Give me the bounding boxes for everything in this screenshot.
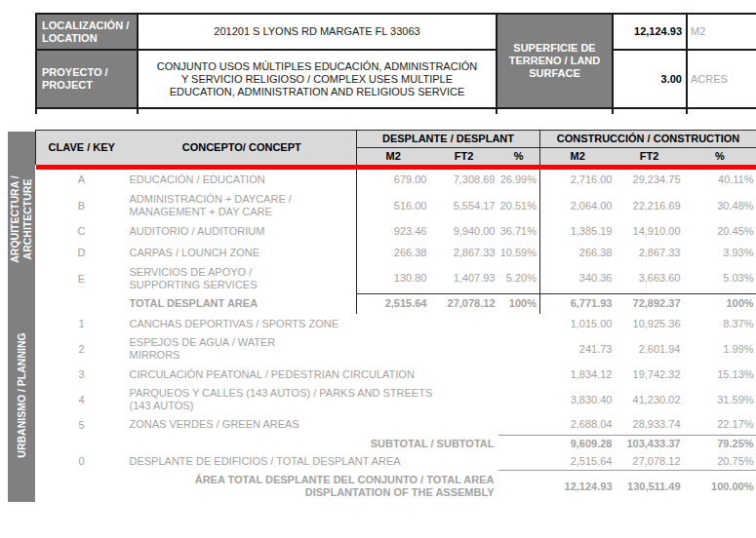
area-program-sheet: LOCALIZACIÓN / LOCATION 201201 S LYONS R… [0, 0, 756, 538]
construction-pct-cell: 100.00% [684, 471, 756, 503]
construction-ft2-cell: 130,511.49 [616, 471, 684, 503]
col-header-concept: CONCEPTO/ CONCEPT [128, 131, 357, 165]
concept-cell: ESPEJOS DE AGUA / WATER MIRRORS [128, 334, 540, 365]
area-breakdown-table: CLAVE / KEY CONCEPTO/ CONCEPT DESPLANTE … [35, 130, 756, 503]
project-info-table: LOCALIZACIÓN / LOCATION 201201 S LYONS R… [35, 13, 756, 114]
construction-pct-cell: 31.59% [684, 385, 756, 415]
construction-m2-cell: 6,771.93 [540, 294, 616, 314]
table-row-e: E SERVICIOS DE APOYO / SUPPORTING SERVIC… [36, 264, 756, 294]
construction-pct-cell: 40.11% [684, 170, 756, 191]
concept-cell: PARQUEOS Y CALLES (143 AUTOS) / PARKS AN… [128, 385, 540, 415]
land-surface-m2-value: 12,124.93 [613, 14, 687, 50]
desplante-pct-cell: 100% [498, 294, 540, 314]
key-cell: E [36, 264, 128, 294]
construction-ft2-cell: 72,892.37 [616, 294, 684, 314]
construction-pct-cell: 3.93% [684, 243, 756, 264]
concept-cell: CARPAS / LOUNCH ZONE [128, 243, 357, 264]
desplante-m2-cell: 516.00 [357, 191, 430, 221]
construction-pct-cell: 8.37% [684, 314, 756, 334]
construction-ft2-cell: 28,933.74 [616, 415, 684, 436]
subheader-desplante-m2: M2 [357, 148, 430, 165]
construction-pct-cell: 5.03% [684, 264, 756, 294]
land-surface-label: SUPERFICIE DE TERRENO / LAND SURFACE [497, 14, 613, 108]
desplante-ft2-cell: 1,407.93 [430, 264, 498, 294]
table-row-5: 5 ZONAS VERDES / GREEN AREAS 2,688.04 28… [36, 415, 756, 436]
construction-ft2-cell: 10,925.36 [616, 314, 684, 334]
subheader-construction-pct: % [684, 148, 756, 165]
construction-ft2-cell: 3,663.60 [616, 264, 684, 294]
table-row-d: D CARPAS / LOUNCH ZONE 266.38 2,867.33 1… [36, 243, 756, 264]
desplante-pct-cell: 26.99% [498, 170, 540, 191]
construction-pct-cell: 20.45% [684, 221, 756, 243]
construction-m2-cell: 3,830.40 [540, 385, 616, 415]
m2-unit-label: M2 [687, 14, 756, 50]
construction-m2-cell: 266.38 [540, 243, 616, 264]
table-row-a: A EDUCACIÓN / EDUCATION 679.00 7,308.69 … [36, 170, 756, 191]
desplante-ft2-cell: 5,554.17 [430, 191, 498, 221]
concept-cell: DESPLANTE DE EDIFICIOS / TOTAL DESPLANT … [128, 453, 498, 471]
construction-pct-cell: 22.17% [684, 415, 756, 436]
table-row-c: C AUDITORIO / AUDITORIUM 923.46 9,940.00… [36, 221, 756, 243]
subtotal-row: SUBTOTAL / SUBTOTAL 9,609.28 103,433.37 … [36, 436, 756, 453]
group-header-desplante: DESPLANTE / DESPLANT [357, 131, 540, 148]
desplante-m2-cell: 266.38 [357, 243, 430, 264]
construction-ft2-cell: 14,910.00 [616, 221, 684, 243]
subtotal-label: SUBTOTAL / SUBTOTAL [128, 436, 498, 453]
desplante-ft2-cell: 27,078.12 [430, 294, 498, 314]
table-row-b: B ADMINISTRACIÓN + DAYCARE / MANAGEMENT … [36, 191, 756, 221]
construction-ft2-cell: 19,742.32 [616, 365, 684, 385]
desplante-ft2-cell: 2,867.33 [430, 243, 498, 264]
key-cell: A [36, 170, 128, 191]
land-surface-acres-value: 3.00 [613, 50, 687, 108]
construction-m2-cell: 2,716.00 [540, 170, 616, 191]
construction-ft2-cell: 2,601.94 [616, 334, 684, 365]
table-row-2: 2 ESPEJOS DE AGUA / WATER MIRRORS 241.73… [36, 334, 756, 365]
table-row-4: 4 PARQUEOS Y CALLES (143 AUTOS) / PARKS … [36, 385, 756, 415]
total-desplant-row: TOTAL DESPLANT AREA 2,515.64 27,078.12 1… [36, 294, 756, 314]
total-label: TOTAL DESPLANT AREA [128, 294, 357, 314]
key-cell: 2 [36, 334, 128, 365]
construction-pct-cell: 79.25% [684, 436, 756, 453]
location-label: LOCALIZACIÓN / LOCATION [36, 14, 138, 50]
grand-total-row: ÁREA TOTAL DESPLANTE DEL CONJUNTO / TOTA… [36, 471, 756, 503]
concept-cell: EDUCACIÓN / EDUCATION [128, 170, 357, 191]
construction-pct-cell: 30.48% [684, 191, 756, 221]
construction-pct-cell: 15.13% [684, 365, 756, 385]
table-row-0: 0 DESPLANTE DE EDIFICIOS / TOTAL DESPLAN… [36, 453, 756, 471]
key-cell: B [36, 191, 128, 221]
table-row-3: 3 CIRCULACIÓN PEATONAL / PEDESTRIAN CIRC… [36, 365, 756, 385]
concept-cell: SERVICIOS DE APOYO / SUPPORTING SERVICES [128, 264, 357, 294]
construction-m2-cell: 1,834.12 [540, 365, 616, 385]
construction-ft2-cell: 22,216.69 [616, 191, 684, 221]
construction-m2-cell: 9,609.28 [540, 436, 616, 453]
construction-m2-cell: 12,124.93 [540, 471, 616, 503]
table-row-1: 1 CANCHAS DEPORTIVAS / SPORTS ZONE 1,015… [36, 314, 756, 334]
desplante-pct-cell: 20.51% [498, 191, 540, 221]
construction-ft2-cell: 29,234.75 [616, 170, 684, 191]
concept-cell: CIRCULACIÓN PEATONAL / PEDESTRIAN CIRCUL… [128, 365, 540, 385]
construction-pct-cell: 1.99% [684, 334, 756, 365]
construction-ft2-cell: 2,867.33 [616, 243, 684, 264]
concept-cell: AUDITORIO / AUDITORIUM [128, 221, 357, 243]
grand-total-label: ÁREA TOTAL DESPLANTE DEL CONJUNTO / TOTA… [128, 471, 498, 503]
key-cell: 0 [36, 453, 128, 471]
construction-m2-cell: 1,015.00 [540, 314, 616, 334]
desplante-ft2-cell: 7,308.69 [430, 170, 498, 191]
location-value: 201201 S LYONS RD MARGATE FL 33063 [138, 14, 497, 50]
desplante-m2-cell: 130.80 [357, 264, 430, 294]
project-value: CONJUNTO USOS MÚLTIPLES EDUCACIÓN, ADMIN… [138, 50, 497, 108]
planning-section-label: URBANISMO / PLANNING [16, 298, 28, 493]
architecture-section-label: ARQUITECTURA / ARCHITECTURE [9, 136, 34, 302]
subheader-construction-m2: M2 [540, 148, 616, 165]
key-cell: D [36, 243, 128, 264]
construction-m2-cell: 340.36 [540, 264, 616, 294]
construction-m2-cell: 2,515.64 [540, 453, 616, 471]
col-header-key: CLAVE / KEY [36, 131, 128, 165]
cropped-row-stub [36, 108, 756, 114]
construction-m2-cell: 1,385.19 [540, 221, 616, 243]
construction-m2-cell: 2,064.00 [540, 191, 616, 221]
construction-m2-cell: 241.73 [540, 334, 616, 365]
desplante-pct-cell: 36.71% [498, 221, 540, 243]
construction-pct-cell: 100% [684, 294, 756, 314]
subheader-desplante-ft2: FT2 [430, 148, 498, 165]
